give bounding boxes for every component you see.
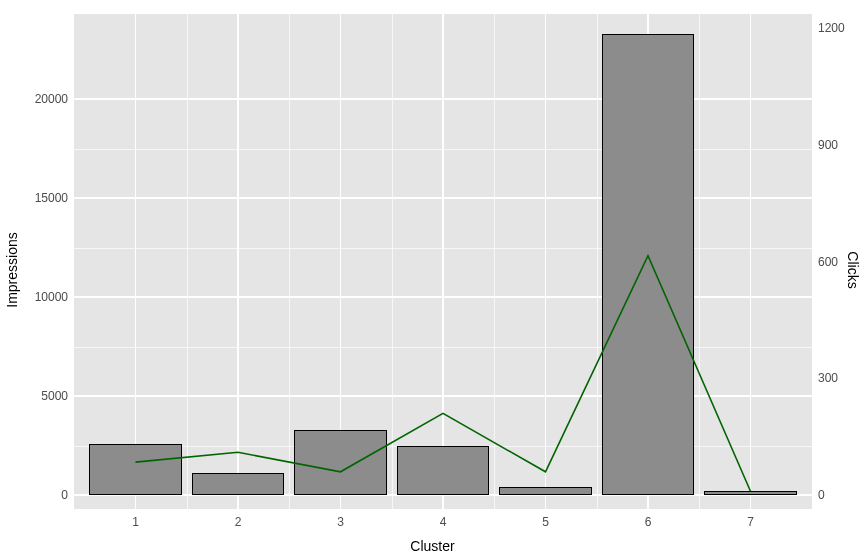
ytick-right: 0 [818,488,825,502]
xtick: 4 [440,515,447,529]
ytick-left: 10000 [35,290,68,304]
dual-axis-chart: Impressions Clicks Cluster 0500010000150… [0,0,865,556]
ytick-left: 0 [61,488,68,502]
y-axis-label-left: Impressions [4,195,20,270]
ytick-right: 600 [818,255,838,269]
ytick-left: 20000 [35,92,68,106]
xtick: 7 [747,515,754,529]
xtick: 2 [235,515,242,529]
ytick-right: 300 [818,371,838,385]
y-axis-label-right: Clicks [845,233,861,270]
ytick-left: 5000 [41,389,68,403]
ytick-right: 900 [818,138,838,152]
clicks-line [136,256,751,492]
ytick-left: 15000 [35,191,68,205]
x-axis-label: Cluster [410,538,454,554]
xtick: 1 [132,515,139,529]
line-series [74,14,812,509]
plot-area: 0500010000150002000003006009001200123456… [74,14,812,509]
ytick-right: 1200 [818,21,845,35]
xtick: 3 [337,515,344,529]
xtick: 5 [542,515,549,529]
xtick: 6 [645,515,652,529]
